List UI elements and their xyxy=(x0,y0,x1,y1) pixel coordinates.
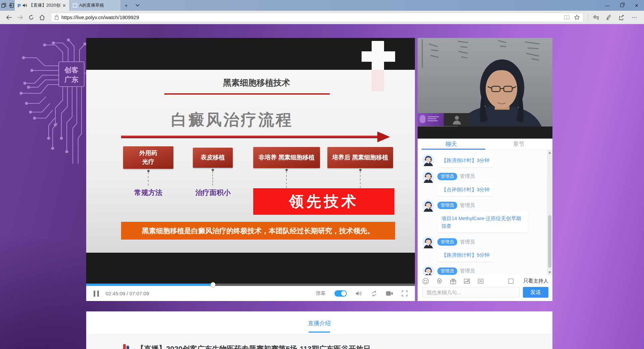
favorite-star-icon[interactable] xyxy=(574,15,580,20)
slide-heading: 白癜风治疗流程 xyxy=(86,109,396,131)
tab-chat[interactable]: 聊天 xyxy=(418,139,485,150)
chat-message: 管理员 管理员 【路演倒计时】1分钟 xyxy=(422,265,542,276)
lock-icon xyxy=(55,15,59,20)
line-switch-icon[interactable] xyxy=(371,291,377,297)
tab-title: A的直播草稿 xyxy=(79,2,118,8)
set-tabs-aside-icon[interactable] xyxy=(7,0,15,11)
url-text: https://live.polyv.cn/watch/1809929 xyxy=(61,14,139,20)
share-icon[interactable] xyxy=(615,12,628,23)
watermark-text-line2: 广东 xyxy=(64,76,78,83)
only-host-checkbox[interactable] xyxy=(508,279,514,284)
only-host-label: 只看主持人 xyxy=(523,278,548,284)
scroll-up-icon[interactable] xyxy=(548,152,551,154)
progress-fill xyxy=(86,284,213,286)
back-button[interactable] xyxy=(3,12,14,23)
danmu-label: 弹幕 xyxy=(316,290,326,297)
chat-bubble: 项目14 MethylCare-泛癌症无创早期筛查 xyxy=(437,212,528,233)
speaker-webcam-video[interactable] xyxy=(418,38,552,127)
chat-bubble: 【点评倒计时】3分钟 xyxy=(437,183,493,196)
browser-tab-bar: P 【直播】2020创客广 ✕ A的直播草稿 ＋ — ✕ xyxy=(0,0,644,11)
letterbox-bottom xyxy=(86,253,415,284)
stream-thumbnail-slide[interactable] xyxy=(418,113,444,126)
progress-bar[interactable] xyxy=(86,284,415,286)
browser-tab-live[interactable]: P 【直播】2020创客广 ✕ xyxy=(15,0,69,11)
refresh-button[interactable] xyxy=(25,12,37,23)
admin-badge: 管理员 xyxy=(437,173,457,180)
image-icon[interactable] xyxy=(464,278,470,285)
tab-page-icon xyxy=(73,3,77,8)
browser-address-bar: https://live.polyv.cn/watch/1809929 ⋯ xyxy=(0,11,644,24)
live-sidebar: 聊天 章节 【路演倒计时】3分钟 xyxy=(418,38,552,301)
chat-bubble: 【路演倒计时】5分钟 xyxy=(437,249,493,262)
intro-body: 【直播】2020创客广东生物医药专题赛初赛第5场-113期广东医谷开放日 xyxy=(86,335,552,349)
chat-message: 管理员 管理员 【路演倒计时】5分钟 xyxy=(422,236,542,262)
new-tab-button[interactable]: ＋ xyxy=(120,0,132,11)
title-flag-icon xyxy=(123,344,130,349)
reading-view-icon[interactable] xyxy=(564,15,570,20)
watermark-text-line1: 创客 xyxy=(64,66,78,74)
forward-button[interactable] xyxy=(14,12,25,23)
tab-list-chevron-icon[interactable] xyxy=(132,0,143,11)
volume-icon[interactable] xyxy=(356,291,362,296)
label-small-area: 治疗面积小 xyxy=(190,188,236,197)
tab-preview-icon[interactable] xyxy=(0,0,7,11)
method-box-noncultured: 非培养 黑素细胞移植 xyxy=(253,147,320,168)
flower-reward-icon[interactable] xyxy=(436,278,443,285)
send-button[interactable]: 发送 xyxy=(523,287,548,298)
video-player[interactable]: 黑素细胞移植技术 白癜风治疗流程 外用药 光疗 表皮移植 非培养 黑素细胞移植 … xyxy=(86,38,415,301)
home-button[interactable] xyxy=(37,12,48,23)
admin-avatar xyxy=(422,171,434,183)
tab-close-icon[interactable]: ✕ xyxy=(62,3,67,8)
scroll-down-icon[interactable] xyxy=(548,271,551,273)
tab-audio-icon[interactable] xyxy=(22,3,27,7)
sender-name: 管理员 xyxy=(460,173,475,180)
restore-button[interactable] xyxy=(614,0,629,11)
chat-bubble: 【路演倒计时】3分钟 xyxy=(437,154,493,167)
web-note-pen-icon[interactable] xyxy=(602,12,615,23)
stream-thumbnail-avatar[interactable] xyxy=(444,113,470,126)
danmu-toggle[interactable] xyxy=(334,290,347,297)
sidebar-tabs: 聊天 章节 xyxy=(418,139,552,150)
chat-input[interactable] xyxy=(422,287,520,298)
camera-icon[interactable] xyxy=(386,291,393,296)
chat-message: 【路演倒计时】3分钟 xyxy=(422,154,542,167)
scrollbar-thumb[interactable] xyxy=(548,215,551,268)
favorites-hub-icon[interactable] xyxy=(590,12,602,23)
minimize-button[interactable]: — xyxy=(600,0,614,11)
circuit-brain-watermark: 创客 广东 xyxy=(12,36,88,167)
browser-tab-draft[interactable]: A的直播草稿 xyxy=(70,0,120,11)
chat-toolbar: 只看主持人 xyxy=(418,275,552,287)
playback-time: 02:45:09 / 07:07:09 xyxy=(106,291,149,296)
sender-name: 管理员 xyxy=(460,268,475,274)
url-field[interactable]: https://live.polyv.cn/watch/1809929 xyxy=(51,13,583,22)
question-card-icon[interactable] xyxy=(477,278,484,285)
label-conventional: 常规方法 xyxy=(123,188,173,197)
admin-avatar xyxy=(422,236,434,248)
title-underline xyxy=(164,93,330,95)
polyv-favicon: P xyxy=(17,3,21,8)
close-window-button[interactable]: ✕ xyxy=(629,0,644,11)
highlight-leading-tech: 领先技术 xyxy=(253,188,394,215)
settings-more-icon[interactable]: ⋯ xyxy=(628,12,641,23)
admin-badge: 管理员 xyxy=(437,238,457,246)
sender-name: 管理员 xyxy=(460,202,475,209)
live-watch-page: 创客 广东 中文(简体) ▼ 黑素细胞移植技术 白癜风治疗流程 外用药 光疗 xyxy=(0,24,644,349)
live-title: 【直播】2020创客广东生物医药专题赛初赛第5场-113期广东医谷开放日 xyxy=(137,344,371,349)
pause-button[interactable] xyxy=(94,291,99,297)
webcam-letterbox xyxy=(418,127,552,139)
method-box-cultured: 培养后 黑素细胞移植 xyxy=(327,147,393,168)
tab-live-intro[interactable]: 直播介绍 xyxy=(86,319,552,327)
slide-banner: 黑素细胞移植是白癜风治疗的终极技术，本团队经过长期研究，技术领先。 xyxy=(121,222,395,240)
admin-avatar xyxy=(422,200,434,212)
chat-scrollbar[interactable] xyxy=(547,150,552,275)
slide-title: 黑素细胞移植技术 xyxy=(92,77,415,88)
gift-icon[interactable] xyxy=(450,278,457,285)
tab-chapters[interactable]: 章节 xyxy=(485,139,552,150)
fullscreen-icon[interactable] xyxy=(402,291,408,296)
admin-badge: 管理员 xyxy=(437,267,457,275)
chat-input-row: 发送 xyxy=(418,287,552,301)
emoji-icon[interactable] xyxy=(422,278,429,285)
chat-message-list[interactable]: 【路演倒计时】3分钟 管理员 管理员 【点评倒计时】3分钟 xyxy=(418,150,552,275)
method-box-epidermal: 表皮移植 xyxy=(193,148,233,168)
chat-message: 管理员 管理员 项目14 MethylCare-泛癌症无创早期筛查 xyxy=(422,200,542,233)
